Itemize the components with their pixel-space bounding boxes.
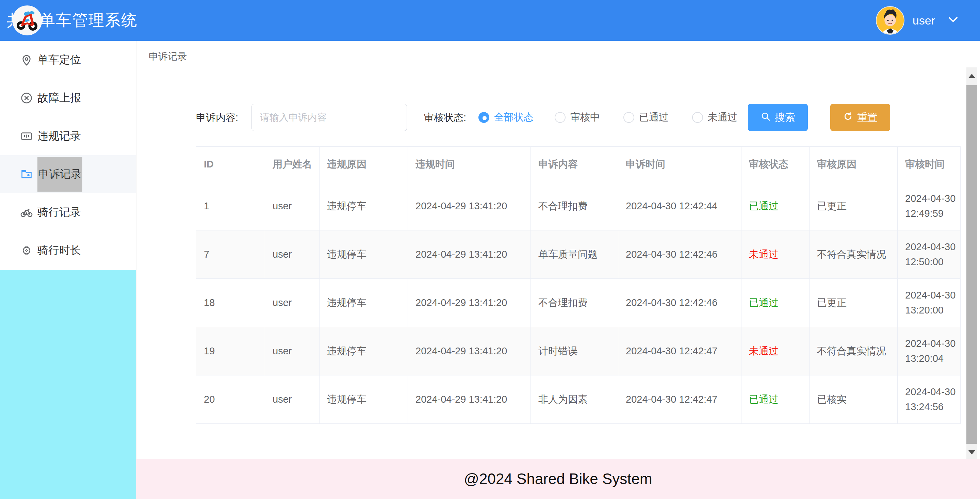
violation-card-icon — [20, 129, 33, 143]
cell-id: 18 — [196, 279, 265, 327]
footer-text: @2024 Shared Bike System — [464, 470, 652, 488]
status-radio-3[interactable]: 已通过 — [624, 104, 669, 131]
page-footer: @2024 Shared Bike System — [136, 459, 980, 499]
sidebar-item-label: 骑行时长 — [37, 243, 81, 258]
sidebar-item-4[interactable]: 申诉记录 — [0, 155, 136, 193]
cell-appeal_content: 单车质量问题 — [531, 230, 618, 279]
cell-violation_reason: 违规停车 — [320, 279, 408, 327]
cell-review_time: 2024-04-30 13:20:04 — [898, 327, 961, 375]
cell-violation_time: 2024-04-29 13:41:20 — [408, 182, 531, 230]
sidebar-item-1[interactable]: 单车定位 — [0, 41, 136, 79]
cell-review_reason: 已更正 — [810, 182, 898, 230]
sidebar-item-label: 故障上报 — [37, 91, 81, 105]
cell-violation_time: 2024-04-29 13:41:20 — [408, 230, 531, 279]
status-radio-1[interactable]: 全部状态 — [479, 104, 533, 131]
search-icon — [760, 111, 771, 124]
cell-appeal_time: 2024-04-30 12:42:46 — [618, 230, 741, 279]
search-button[interactable]: 搜索 — [748, 104, 808, 131]
cell-status: 未通过 — [741, 230, 810, 279]
cell-id: 1 — [196, 182, 265, 230]
circle-close-icon — [20, 91, 33, 105]
filter-bar: 申诉内容: 审核状态: 全部状态审核中已通过未通过 搜索 重置 — [137, 104, 980, 131]
main-content: 申诉记录 申诉内容: 审核状态: 全部状态审核中已通过未通过 搜索 重置 ID用… — [136, 41, 980, 459]
radio-label: 未通过 — [708, 111, 737, 124]
column-header: 申诉内容 — [531, 147, 618, 182]
cell-appeal_content: 不合理扣费 — [531, 182, 618, 230]
bike-logo-icon — [12, 5, 42, 35]
app-header: 共享单车管理系统 — [0, 0, 980, 41]
cell-name: user — [265, 230, 320, 279]
scroll-up-button[interactable] — [966, 67, 977, 84]
cell-status: 已通过 — [741, 375, 810, 424]
bicycle-icon — [20, 206, 33, 219]
scrollbar-thumb[interactable] — [966, 85, 977, 444]
radio-label: 已通过 — [639, 111, 669, 124]
radio-unselected-icon[interactable] — [555, 112, 566, 123]
sidebar-item-6[interactable]: 骑行时长 — [0, 231, 136, 269]
cell-violation_time: 2024-04-29 13:41:20 — [408, 279, 531, 327]
cell-review_reason: 不符合真实情况 — [810, 230, 898, 279]
cell-appeal_time: 2024-04-30 12:42:44 — [618, 182, 741, 230]
cell-violation_time: 2024-04-29 13:41:20 — [408, 375, 531, 424]
status-radio-2[interactable]: 审核中 — [555, 104, 600, 131]
column-header: 审核原因 — [810, 147, 898, 182]
column-header: ID — [196, 147, 265, 182]
table-row: 19user违规停车2024-04-29 13:41:20计时错误2024-04… — [196, 327, 961, 375]
avatar[interactable] — [876, 6, 904, 35]
cell-id: 20 — [196, 375, 265, 424]
chevron-down-icon — [948, 16, 958, 24]
search-button-label: 搜索 — [775, 111, 795, 124]
refresh-icon — [843, 111, 853, 124]
cell-id: 19 — [196, 327, 265, 375]
table-row: 7user违规停车2024-04-29 13:41:20单车质量问题2024-0… — [196, 230, 961, 279]
table-row: 20user违规停车2024-04-29 13:41:20非人为因素2024-0… — [196, 375, 961, 424]
cell-violation_reason: 违规停车 — [320, 327, 408, 375]
cell-appeal_time: 2024-04-30 12:42:46 — [618, 279, 741, 327]
review-status-label: 审核状态: — [424, 104, 466, 131]
table-header-row: ID用户姓名违规原因违规时间申诉内容申诉时间审核状态审核原因审核时间 — [196, 147, 961, 182]
appeal-table: ID用户姓名违规原因违规时间申诉内容申诉时间审核状态审核原因审核时间 1user… — [196, 147, 961, 424]
cell-review_time: 2024-04-30 12:49:59 — [898, 182, 961, 230]
cell-violation_reason: 违规停车 — [320, 182, 408, 230]
folder-icon — [20, 167, 33, 181]
scroll-down-button[interactable] — [966, 445, 977, 460]
cell-name: user — [265, 375, 320, 424]
radio-unselected-icon[interactable] — [692, 112, 703, 123]
cell-appeal_time: 2024-04-30 12:42:47 — [618, 327, 741, 375]
table-row: 18user违规停车2024-04-29 13:41:20不合理扣费2024-0… — [196, 279, 961, 327]
cell-violation_reason: 违规停车 — [320, 230, 408, 279]
cell-review_reason: 不符合真实情况 — [810, 327, 898, 375]
sidebar-item-2[interactable]: 故障上报 — [0, 79, 136, 117]
vertical-scrollbar[interactable] — [966, 67, 977, 460]
reset-button-label: 重置 — [857, 111, 878, 124]
cell-id: 7 — [196, 230, 265, 279]
sidebar: 单车定位故障上报违规记录申诉记录骑行记录骑行时长 — [0, 41, 136, 270]
user-menu[interactable]: user — [876, 0, 980, 41]
radio-selected-icon[interactable] — [479, 112, 489, 123]
status-radio-4[interactable]: 未通过 — [692, 104, 737, 131]
sidebar-cyan-panel — [0, 270, 136, 499]
cell-violation_time: 2024-04-29 13:41:20 — [408, 327, 531, 375]
reset-button[interactable]: 重置 — [830, 104, 890, 131]
user-name[interactable]: user — [913, 14, 935, 27]
cell-violation_reason: 违规停车 — [320, 375, 408, 424]
cell-review_reason: 已更正 — [810, 279, 898, 327]
column-header: 用户姓名 — [265, 147, 320, 182]
radio-unselected-icon[interactable] — [624, 112, 634, 123]
column-header: 审核时间 — [898, 147, 961, 182]
cell-review_time: 2024-04-30 12:50:00 — [898, 230, 961, 279]
sidebar-item-label: 骑行记录 — [37, 205, 81, 220]
sidebar-item-3[interactable]: 违规记录 — [0, 117, 136, 155]
cell-name: user — [265, 182, 320, 230]
sidebar-item-5[interactable]: 骑行记录 — [0, 193, 136, 231]
cell-review_reason: 已核实 — [810, 375, 898, 424]
cell-appeal_content: 计时错误 — [531, 327, 618, 375]
column-header: 审核状态 — [741, 147, 810, 182]
column-header: 违规时间 — [408, 147, 531, 182]
cell-appeal_time: 2024-04-30 12:42:47 — [618, 375, 741, 424]
appeal-content-input[interactable] — [251, 104, 407, 131]
cell-name: user — [265, 327, 320, 375]
sidebar-item-label: 申诉记录 — [37, 157, 82, 191]
location-pin-icon — [20, 53, 33, 67]
radio-label: 审核中 — [570, 111, 600, 124]
